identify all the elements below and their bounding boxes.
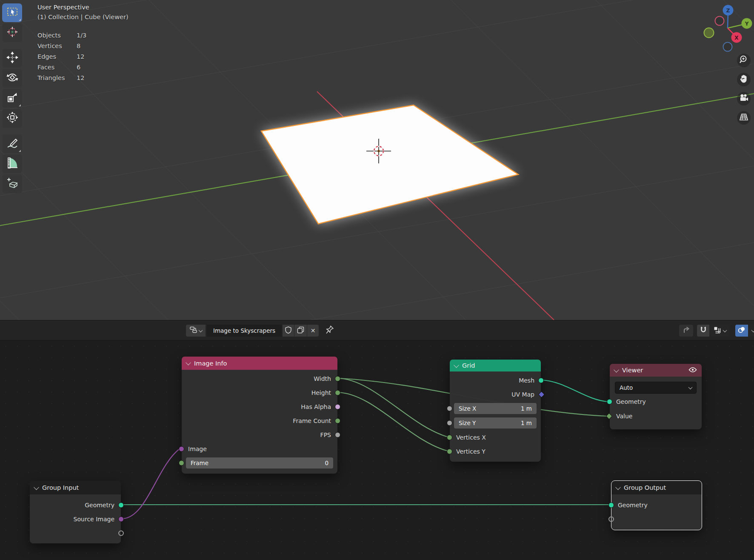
pin-icon[interactable] [326,325,334,336]
chevron-down-icon [688,385,693,389]
output-has-alpha: Has Alpha [301,403,331,410]
duplicate-icon [297,326,304,335]
node-tree-name-field[interactable]: Image to Skyscrapers [207,325,282,337]
socket-geometry-in[interactable] [608,502,614,508]
snap-toggle-button[interactable] [697,325,709,337]
output-mesh: Mesh [519,377,534,384]
collapse-icon[interactable] [615,484,621,490]
tool-scale[interactable] [2,89,22,108]
axis-neg-x[interactable] [715,17,724,26]
output-width: Width [314,375,331,382]
node-tree-selector-button[interactable] [186,325,206,337]
size-y-value: 1 m [521,420,532,426]
size-x-label: Size X [459,405,476,412]
frame-field[interactable]: Frame 0 [186,457,333,469]
chevron-down-icon [751,328,754,332]
socket-height-out[interactable] [335,390,340,395]
socket-vertices-x-in[interactable] [447,434,452,440]
viewport-3d[interactable]: User Perspective (1) Collection | Cube (… [0,0,754,320]
plane-object[interactable] [261,105,518,224]
tool-transform[interactable] [2,109,22,128]
viewport-toolbar [2,3,22,193]
pan-button[interactable] [737,73,751,86]
output-source-image: Source Image [74,516,114,523]
view-label: User Perspective [37,4,129,11]
input-vertices-x: Vertices X [456,434,486,441]
viewport-nav-buttons [737,54,751,125]
new-node-tree-button[interactable] [294,325,307,337]
tool-move[interactable] [2,49,22,68]
frame-field-value: 0 [325,460,328,466]
collapse-icon[interactable] [614,367,619,372]
go-to-parent-button[interactable] [679,325,693,337]
socket-fps-out[interactable] [335,432,340,437]
input-geometry: Geometry [618,502,648,509]
socket-size-y-in[interactable] [447,420,452,426]
size-y-label: Size Y [459,420,476,426]
socket-frame-count-out[interactable] [335,418,340,423]
collapse-icon[interactable] [454,362,459,368]
node-grid[interactable]: Grid Mesh UV Map Size X 1 m Size Y 1 m V… [450,360,541,462]
tool-cursor[interactable] [2,23,22,42]
node-canvas[interactable]: Image Info Width Height Has Alpha Frame … [0,340,754,560]
add-cube-icon [6,177,18,191]
tool-rotate[interactable] [2,69,22,88]
node-viewer[interactable]: Viewer Auto Geometry Value [610,364,702,429]
stat-label: Objects [37,32,77,39]
snap-grid-icon [714,326,721,335]
stat-value: 6 [77,64,80,71]
scale-icon [7,92,18,105]
axis-neg-z[interactable] [723,43,732,51]
fake-user-button[interactable] [283,325,294,337]
output-height: Height [311,389,331,396]
socket-geometry-in[interactable] [607,399,612,405]
socket-source-image-out[interactable] [118,516,124,522]
magnet-icon [700,326,707,335]
zoom-button[interactable] [737,54,751,67]
camera-view-button[interactable] [737,92,751,106]
tool-add-cube[interactable] [2,174,22,193]
socket-frame-in[interactable] [179,460,184,466]
socket-vertices-y-in[interactable] [447,449,452,454]
tool-annotate[interactable] [2,134,22,153]
rotate-icon [6,71,18,85]
overlays-icon [738,326,745,335]
shield-icon [285,326,291,335]
navigation-gizmo[interactable]: Z Y X [702,3,754,57]
overlays-dropdown[interactable] [748,325,754,337]
socket-image-in[interactable] [179,446,184,451]
ortho-toggle-button[interactable] [737,111,751,125]
size-x-field[interactable]: Size X 1 m [454,403,537,414]
stat-label: Edges [37,53,77,60]
annotate-icon [6,137,18,151]
grid-icon [739,112,749,123]
tool-select-box[interactable] [2,3,22,22]
socket-width-out[interactable] [335,376,340,381]
stat-value: 1/3 [77,32,86,39]
node-title: Grid [462,362,475,369]
viewer-data-type-dropdown[interactable]: Auto [615,382,697,394]
socket-virtual-out[interactable] [118,530,124,536]
socket-virtual-in[interactable] [608,516,614,522]
input-vertices-y: Vertices Y [456,448,486,455]
socket-size-x-in[interactable] [447,406,452,411]
unlink-button[interactable]: ✕ [307,325,319,337]
eye-icon[interactable] [688,367,697,374]
collapse-icon[interactable] [186,360,191,366]
socket-has-alpha-out[interactable] [335,404,340,409]
node-group-input[interactable]: Group Input Geometry Source Image [30,481,121,543]
tool-measure[interactable] [2,154,22,173]
snap-target-dropdown[interactable] [710,325,730,337]
overlays-toggle-button[interactable] [735,325,748,337]
size-y-field[interactable]: Size Y 1 m [454,417,537,429]
axis-neg-y[interactable] [704,28,714,38]
collapse-icon[interactable] [34,484,39,490]
socket-mesh-out[interactable] [538,377,544,383]
camera-icon [739,93,749,104]
socket-geometry-out[interactable] [118,502,124,508]
chevron-down-icon [723,328,727,332]
node-image-info[interactable]: Image Info Width Height Has Alpha Frame … [182,357,337,474]
node-title: Image Info [194,360,227,367]
node-tree-icon [190,326,197,335]
node-group-output[interactable]: Group Output Geometry [611,481,702,530]
